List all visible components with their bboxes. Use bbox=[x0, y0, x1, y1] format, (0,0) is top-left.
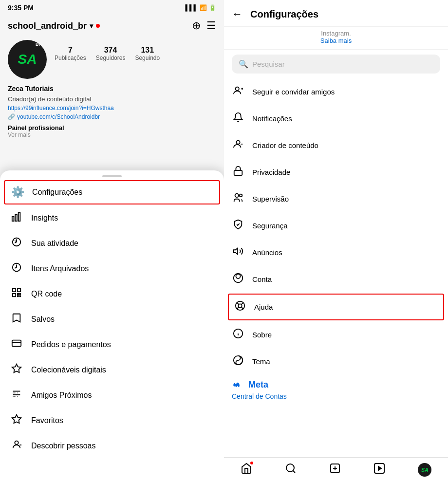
sheet-insights-label: Insights bbox=[31, 214, 58, 222]
anuncios-label: Anúncios bbox=[252, 248, 282, 257]
header-actions: ⊕ ☰ bbox=[192, 19, 216, 32]
config-item-privacidade[interactable]: Privacidade bbox=[224, 159, 448, 185]
avatar-br-label: BR bbox=[36, 42, 42, 47]
profile-stats-container: 7 Publicações 374 Seguidores 131 Seguind… bbox=[55, 40, 160, 61]
status-icons: ▌▌▌ 📶 🔋 bbox=[185, 4, 216, 11]
supervisao-label: Supervisão bbox=[252, 195, 289, 203]
search-icon: 🔍 bbox=[239, 59, 248, 69]
nav-home[interactable] bbox=[241, 463, 252, 477]
svg-rect-12 bbox=[12, 340, 21, 347]
sheet-salvos-label: Salvos bbox=[31, 315, 55, 324]
config-item-anuncios[interactable]: Anúncios bbox=[224, 239, 448, 266]
seguindo-label: Seguindo bbox=[135, 55, 160, 61]
theme-icon bbox=[232, 355, 244, 368]
central-contas-link[interactable]: Central de Contas bbox=[232, 392, 287, 400]
avatar-initials: SA bbox=[18, 52, 37, 67]
svg-rect-8 bbox=[18, 294, 19, 295]
svg-rect-10 bbox=[18, 296, 19, 297]
profile-bio: Criador(a) de conteúdo digital bbox=[0, 94, 224, 104]
sheet-configuracoes-label: Configurações bbox=[32, 188, 82, 197]
svg-line-42 bbox=[293, 471, 295, 473]
sheet-item-qr-code[interactable]: QR code bbox=[0, 281, 224, 307]
config-item-tema[interactable]: Tema bbox=[224, 348, 448, 375]
config-item-seguir[interactable]: Seguir e convidar amigos bbox=[224, 78, 448, 105]
config-item-conta[interactable]: Conta bbox=[224, 266, 448, 293]
tema-label: Tema bbox=[252, 357, 270, 366]
search-bar[interactable]: 🔍 Pesquisar bbox=[232, 55, 440, 74]
sheet-item-pedidos[interactable]: Pedidos e pagamentos bbox=[0, 332, 224, 357]
sheet-item-amigos[interactable]: Amigos Próximos bbox=[0, 383, 224, 408]
ig-note-text: Instagram. bbox=[321, 30, 351, 37]
battery-icon: 🔋 bbox=[209, 4, 216, 11]
nav-add[interactable] bbox=[329, 463, 341, 477]
add-post-icon[interactable]: ⊕ bbox=[192, 19, 201, 32]
nav-profile[interactable]: SA bbox=[418, 463, 431, 477]
stat-seguindo[interactable]: 131 Seguindo bbox=[135, 46, 160, 61]
right-panel: ← Configurações Instagram. Saiba mais 🔍 … bbox=[224, 0, 448, 482]
sheet-atividade-label: Sua atividade bbox=[31, 239, 78, 248]
sheet-item-sua-atividade[interactable]: Sua atividade bbox=[0, 231, 224, 256]
sheet-item-salvos[interactable]: Salvos bbox=[0, 307, 224, 332]
help-icon bbox=[234, 300, 246, 314]
collectibles-icon bbox=[10, 363, 23, 377]
status-time: 9:35 PM bbox=[8, 4, 34, 12]
config-item-seguranca[interactable]: Segurança bbox=[224, 212, 448, 239]
publicacoes-count: 7 bbox=[55, 46, 86, 55]
meta-section: Meta Central de Contas bbox=[224, 375, 448, 403]
signal-icon: ▌▌▌ bbox=[185, 4, 198, 11]
svg-rect-5 bbox=[13, 289, 16, 292]
discover-icon bbox=[10, 439, 23, 453]
saved-icon bbox=[10, 313, 23, 326]
profile-youtube[interactable]: 🔗 youtube.com/c/SchoolAndroidbr bbox=[0, 112, 224, 121]
criador-label: Criador de conteúdo bbox=[252, 141, 318, 149]
svg-rect-6 bbox=[18, 289, 20, 292]
about-icon bbox=[232, 328, 244, 341]
chevron-down-icon: ▾ bbox=[90, 22, 93, 30]
ig-username[interactable]: school_android_br ▾ bbox=[8, 21, 100, 31]
stat-publicacoes[interactable]: 7 Publicações bbox=[55, 46, 86, 61]
archive-icon bbox=[10, 262, 23, 276]
link-icon: 🔗 bbox=[8, 113, 15, 120]
config-item-sobre[interactable]: Sobre bbox=[224, 321, 448, 348]
back-button[interactable]: ← bbox=[232, 8, 243, 20]
config-item-notificacoes[interactable]: Notificações bbox=[224, 105, 448, 132]
conta-label: Conta bbox=[252, 275, 272, 283]
creator-icon bbox=[232, 139, 244, 152]
professional-panel[interactable]: Painel profissional Ver mais bbox=[0, 121, 224, 141]
saiba-mais-link[interactable]: Saiba mais bbox=[232, 37, 440, 44]
profile-url[interactable]: https://99influence.com/join?i=HGwsthaa bbox=[0, 104, 224, 112]
meta-logo: Meta bbox=[232, 380, 440, 390]
privacy-icon bbox=[232, 166, 244, 179]
config-item-supervisao[interactable]: Supervisão bbox=[224, 185, 448, 212]
sheet-item-itens-arquivados[interactable]: Itens Arquivados bbox=[0, 256, 224, 281]
profile-section: BR SA 7 Publicações 374 Seguidores 131 S… bbox=[0, 36, 224, 83]
config-item-ajuda[interactable]: Ajuda bbox=[228, 294, 444, 320]
nav-reels[interactable] bbox=[373, 463, 385, 477]
menu-icon[interactable]: ☰ bbox=[206, 19, 216, 32]
config-header: ← Configurações bbox=[224, 0, 448, 27]
sheet-item-colecoes[interactable]: Colecionáveis digitais bbox=[0, 357, 224, 383]
nav-search[interactable] bbox=[285, 463, 297, 477]
meta-label: Meta bbox=[248, 380, 268, 390]
sheet-item-favoritos[interactable]: Favoritos bbox=[0, 408, 224, 433]
professional-panel-sub: Ver mais bbox=[8, 131, 216, 138]
seguranca-label: Segurança bbox=[252, 222, 288, 230]
sheet-item-configuracoes[interactable]: ⚙️ Configurações bbox=[4, 180, 220, 204]
wifi-icon: 📶 bbox=[200, 4, 207, 11]
sheet-item-insights[interactable]: Insights bbox=[0, 205, 224, 231]
seguindo-count: 131 bbox=[135, 46, 160, 55]
sheet-qr-label: QR code bbox=[31, 290, 62, 298]
svg-rect-9 bbox=[19, 294, 20, 295]
settings-icon: ⚙️ bbox=[11, 186, 24, 199]
svg-rect-25 bbox=[234, 170, 243, 175]
supervision-icon bbox=[232, 192, 244, 205]
avatar: BR SA bbox=[8, 40, 47, 79]
left-panel: 9:35 PM ▌▌▌ 📶 🔋 school_android_br ▾ ⊕ ☰ … bbox=[0, 0, 224, 482]
sheet-item-descobrir[interactable]: Descobrir pessoas bbox=[0, 433, 224, 459]
username-text: school_android_br bbox=[8, 21, 87, 31]
search-placeholder: Pesquisar bbox=[252, 60, 285, 68]
payments-icon bbox=[10, 338, 23, 352]
ig-header: school_android_br ▾ ⊕ ☰ bbox=[0, 16, 224, 36]
config-item-criador[interactable]: Criador de conteúdo bbox=[224, 132, 448, 159]
stat-seguidores[interactable]: 374 Seguidores bbox=[96, 46, 126, 61]
